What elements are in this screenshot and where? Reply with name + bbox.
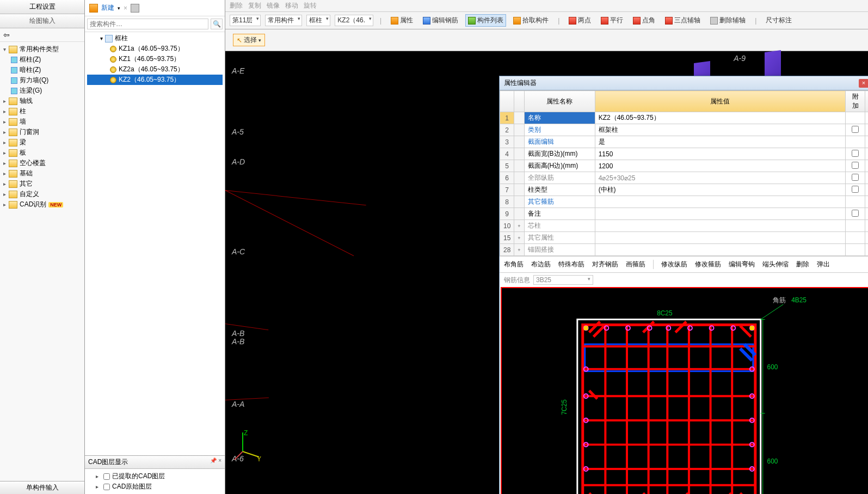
btn-del-aux[interactable]: 删除辅轴 [707,14,748,27]
tree-leaf-kz[interactable]: 框柱(Z) [1,54,83,65]
nav-collapse-icon[interactable]: ⇦ [3,31,10,39]
member-item[interactable]: KZ1（46.05~93.75） [87,54,223,64]
cad-row-extracted[interactable]: ▸已提取的CAD图层 [89,471,220,481]
tree-node-cad[interactable]: ▸CAD识别NEW [1,199,83,210]
copy-icon[interactable] [131,4,139,13]
tree-node-beam[interactable]: ▸梁 [1,137,83,148]
extra-checkbox[interactable] [852,186,859,193]
table-row[interactable]: 4截面宽(B边)(mm)1150 [500,148,869,160]
rebar-btn-delete[interactable]: 删除 [796,260,809,269]
panel-header-engineering[interactable]: 工程设置 [0,0,84,14]
tree-node-common[interactable]: ▾常用构件类型 [1,44,83,54]
dot-icon [110,56,116,63]
bottom-tab-single[interactable]: 单构件输入 [0,481,84,494]
table-row[interactable]: 28+锚固搭接 [500,244,869,256]
rebar-btn-extend[interactable]: 端头伸缩 [762,260,789,269]
table-row[interactable]: 6全部纵筋4⌀25+30⌀25 [500,172,869,184]
tb-move[interactable]: 移动 [285,1,298,10]
extra-checkbox[interactable] [852,126,859,133]
rebar-diagram[interactable]: 8C25 7C25 600 600 575 575 角筋 4B25 [501,287,868,494]
annotation-line [225,398,269,400]
type-dropdown[interactable]: 框柱 [306,15,330,26]
rebar-btn-edge[interactable]: 布边筋 [531,260,551,269]
btn-point-angle[interactable]: 点角 [630,14,658,27]
member-item[interactable]: KZ2a（46.05~93.75） [87,64,223,75]
table-row[interactable]: 15+其它属性 [500,232,869,244]
table-row[interactable]: 8其它箍筋 [500,196,869,208]
btn-component-list[interactable]: 构件列表 [465,14,506,27]
table-row[interactable]: 1名称KZ2（46.05~93.75） [500,112,869,124]
btn-edit-rebar[interactable]: 编辑钢筋 [420,14,461,27]
tree-leaf-wall[interactable]: 剪力墙(Q) [1,75,83,86]
tree-label: 板 [20,148,26,157]
category-dropdown[interactable]: 常用构件 [265,15,302,26]
table-row[interactable]: 10+芯柱 [500,220,869,232]
btn-dimension[interactable]: 尺寸标注 [763,14,795,27]
new-button[interactable]: 新建 [101,3,114,13]
table-row[interactable]: 7柱类型(中柱) [500,184,869,196]
dim-left: 7C25 [561,399,568,415]
table-row[interactable]: 5截面高(H边)(mm)1200 [500,160,869,172]
extra-checkbox[interactable] [852,150,859,157]
table-row[interactable]: 2类别框架柱 [500,124,869,136]
rebar-btn-popout[interactable]: 弹出 [817,260,830,269]
btn-parallel[interactable]: 平行 [598,14,626,27]
pin-icon[interactable]: 📌 × [210,458,221,467]
property-table: 属性名称 属性值 附加 1名称KZ2（46.05~93.75） 2类别框架柱 3… [500,90,868,256]
tree-leaf-beam[interactable]: 连梁(G) [1,86,83,96]
panel-header-draw[interactable]: 绘图输入 [0,14,84,28]
btn-three-point[interactable]: 三点辅轴 [662,14,703,27]
extra-checkbox[interactable] [852,174,859,181]
tree-node-opening[interactable]: ▸门窗洞 [1,127,83,137]
rebar-info-combo[interactable]: 3B25 [533,275,593,285]
tree-leaf-az[interactable]: 暗柱(Z) [1,65,83,75]
name-dropdown[interactable]: KZ2（46. [335,15,373,26]
tree-node-wall[interactable]: ▸墙 [1,117,83,127]
drawing-canvas[interactable]: A-E A-5 A-D A-C A-B A-B A-A A-6 A-9 A-10… [225,51,868,494]
member-item-selected[interactable]: KZ2（46.05~93.75） [87,75,223,85]
tb-rotate[interactable]: 旋转 [304,1,317,10]
tree-node-axis[interactable]: ▸轴线 [1,96,83,106]
rebar-btn-special[interactable]: 特殊布筋 [558,260,584,269]
extra-checkbox[interactable] [852,210,859,217]
tb-delete[interactable]: 删除 [230,1,243,10]
rebar-btn-modstir[interactable]: 修改箍筋 [695,260,721,269]
rebar-btn-drawstir[interactable]: 画箍筋 [626,260,645,269]
tb-copy[interactable]: 复制 [248,1,261,10]
btn-properties[interactable]: 属性 [388,14,416,27]
member-root[interactable]: ▾框柱 [87,33,223,44]
rebar-btn-hook[interactable]: 编辑弯钩 [729,260,755,269]
tree-node-foundation[interactable]: ▸基础 [1,168,83,179]
search-button[interactable]: 🔍 [211,19,223,29]
close-icon[interactable]: × [859,79,868,88]
rebar-btn-corner[interactable]: 布角筋 [504,260,524,269]
member-item[interactable]: KZ1a（46.05~93.75） [87,44,223,54]
tree-node-column[interactable]: ▸柱 [1,106,83,117]
member-tree: ▾框柱 KZ1a（46.05~93.75） KZ1（46.05~93.75） K… [85,32,225,455]
tb-mirror[interactable]: 镜像 [267,1,280,10]
corner-value: 4B25 [791,296,807,304]
tree-node-other[interactable]: ▸其它 [1,179,83,189]
axis-label: A-5 [232,127,244,136]
extra-checkbox[interactable] [852,162,859,169]
corner-label: 角筋 [773,296,786,304]
dialog-titlebar[interactable]: 属性编辑器 × [500,76,868,90]
table-row[interactable]: 9备注 [500,208,869,220]
select-button[interactable]: ↖选择▾ [233,34,265,46]
axis-label: A-A [232,400,244,408]
cad-row-original[interactable]: ▸CAD原始图层 [89,481,220,492]
btn-two-point[interactable]: 两点 [566,14,594,27]
btn-pick[interactable]: 拾取构件 [510,14,551,27]
search-input[interactable] [87,19,208,29]
layer-dropdown[interactable]: 第11层 [230,15,261,26]
table-row[interactable]: 3截面编辑是 [500,136,869,148]
tree-node-slab[interactable]: ▸板 [1,148,83,158]
tree-label: 连梁(G) [20,86,42,95]
tree-node-hollow[interactable]: ▸空心楼盖 [1,158,83,168]
rebar-btn-modlong[interactable]: 修改纵筋 [661,260,687,269]
tree-node-custom[interactable]: ▸自定义 [1,189,83,199]
cad-checkbox[interactable] [103,484,110,490]
axis-label: A-B [232,337,244,346]
cad-checkbox[interactable] [103,473,110,480]
rebar-btn-align[interactable]: 对齐钢筋 [592,260,618,269]
